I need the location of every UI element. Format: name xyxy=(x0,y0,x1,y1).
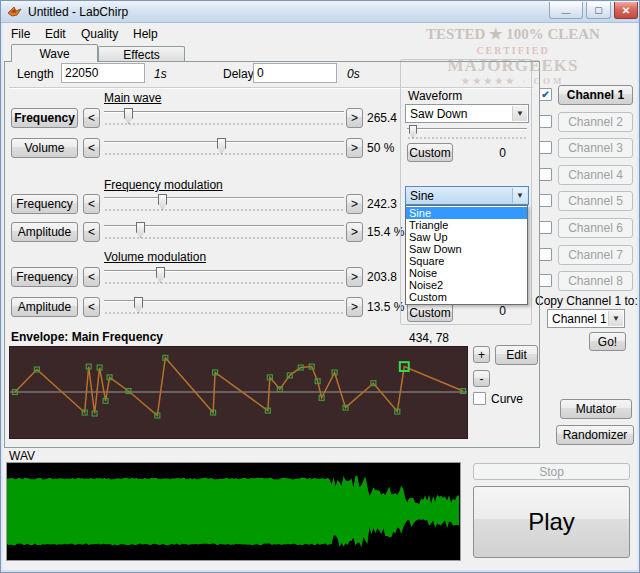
menu-help[interactable]: Help xyxy=(129,25,162,42)
waveform-option-saw-down[interactable]: Saw Down xyxy=(406,243,527,255)
wav-label: WAV xyxy=(9,449,35,463)
channel-1-button[interactable]: Channel 1 xyxy=(558,85,633,105)
channel-4-button[interactable]: Channel 4 xyxy=(558,165,633,185)
tab-effects[interactable]: Effects xyxy=(98,46,185,62)
close-button[interactable]: ✕ xyxy=(614,2,638,19)
title-bar[interactable]: Untitled - LabChirp — ▢ ✕ xyxy=(1,1,639,23)
menu-file[interactable]: File xyxy=(7,25,34,42)
randomizer-button[interactable]: Randomizer xyxy=(556,425,634,445)
app-window: Untitled - LabChirp — ▢ ✕ File Edit Qual… xyxy=(0,0,640,573)
channel-8-checkbox[interactable] xyxy=(539,274,552,287)
chevron-down-icon: ▼ xyxy=(608,311,623,326)
copy-channel-label: Copy Channel 1 to: xyxy=(535,294,638,308)
stop-button[interactable]: Stop xyxy=(473,463,630,480)
tab-wave[interactable]: Wave xyxy=(11,44,98,62)
play-button[interactable]: Play xyxy=(473,486,630,558)
waveform-dropdown-list: SineTriangleSaw UpSaw DownSquareNoiseNoi… xyxy=(405,205,528,305)
channel-7-checkbox[interactable] xyxy=(539,248,552,261)
waveform-option-noise[interactable]: Noise xyxy=(406,267,527,279)
channel-5-checkbox[interactable] xyxy=(539,194,552,207)
waveform-option-sine[interactable]: Sine xyxy=(406,207,527,219)
channel-3-button[interactable]: Channel 3 xyxy=(558,138,633,158)
channel-3-checkbox[interactable] xyxy=(539,141,552,154)
copy-channel-select[interactable]: Channel 1 ▼ xyxy=(547,309,625,328)
channel-1-checkbox[interactable]: ✔ xyxy=(539,88,552,101)
channel-7-button[interactable]: Channel 7 xyxy=(558,245,633,265)
channel-6-checkbox[interactable] xyxy=(539,221,552,234)
channel-2-checkbox[interactable] xyxy=(539,115,552,128)
wav-waveform-display xyxy=(6,462,461,561)
waveform-option-triangle[interactable]: Triangle xyxy=(406,219,527,231)
app-icon xyxy=(7,4,23,20)
maximize-button[interactable]: ▢ xyxy=(586,2,611,19)
channel-8-button[interactable]: Channel 8 xyxy=(558,271,633,291)
channel-6-button[interactable]: Channel 6 xyxy=(558,218,633,238)
waveform-option-saw-up[interactable]: Saw Up xyxy=(406,231,527,243)
channel-5-button[interactable]: Channel 5 xyxy=(558,191,633,211)
minimize-button[interactable]: — xyxy=(549,2,583,19)
waveform-option-noise2[interactable]: Noise2 xyxy=(406,279,527,291)
waveform-option-square[interactable]: Square xyxy=(406,255,527,267)
menu-edit[interactable]: Edit xyxy=(41,25,70,42)
channel-4-checkbox[interactable] xyxy=(539,168,552,181)
channel-2-button[interactable]: Channel 2 xyxy=(558,112,633,132)
window-title: Untitled - LabChirp xyxy=(28,5,128,19)
waveform-option-custom[interactable]: Custom xyxy=(406,291,527,303)
copy-go-button[interactable]: Go! xyxy=(589,332,626,351)
menu-quality[interactable]: Quality xyxy=(77,25,122,42)
mutator-button[interactable]: Mutator xyxy=(560,399,632,419)
